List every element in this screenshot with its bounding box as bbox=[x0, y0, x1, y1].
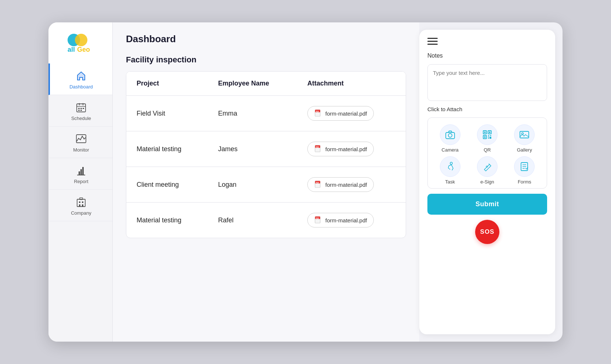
gallery-label: Gallery bbox=[517, 147, 532, 153]
logo: all Geo bbox=[48, 22, 112, 63]
svg-rect-8 bbox=[78, 108, 80, 109]
esign-label: e-Sign bbox=[480, 179, 494, 185]
qr-label: QR bbox=[484, 147, 491, 153]
svg-rect-16 bbox=[82, 167, 84, 175]
cell-employee: James bbox=[208, 131, 297, 167]
cell-employee: Emma bbox=[208, 96, 297, 131]
camera-label: Camera bbox=[442, 147, 459, 153]
attachment-badge[interactable]: PDF form-material.pdf bbox=[307, 142, 374, 156]
cell-employee: Logan bbox=[208, 167, 297, 203]
cell-project: Material testing bbox=[126, 131, 208, 167]
sidebar-item-dashboard[interactable]: Dashboard bbox=[48, 63, 112, 95]
sidebar-item-schedule[interactable]: Schedule bbox=[48, 95, 112, 127]
table-row: Field Visit Emma PDF form-material.pdf bbox=[126, 96, 406, 131]
attach-esign[interactable]: e-Sign bbox=[469, 156, 506, 185]
sidebar-item-company[interactable]: Company bbox=[48, 190, 112, 221]
svg-rect-48 bbox=[520, 131, 529, 138]
page-title: Dashboard bbox=[126, 33, 406, 45]
svg-text:PDF: PDF bbox=[316, 218, 319, 219]
section-title: Facility inspection bbox=[126, 55, 406, 65]
main-content: Dashboard Facility inspection Project Em… bbox=[113, 22, 419, 342]
task-label: Task bbox=[445, 179, 455, 185]
attach-camera[interactable]: Camera bbox=[431, 124, 469, 153]
svg-rect-42 bbox=[489, 132, 490, 133]
cell-employee: Rafel bbox=[208, 203, 297, 238]
cell-attachment: PDF form-material.pdf bbox=[297, 203, 406, 238]
pdf-icon: PDF bbox=[314, 109, 322, 117]
cell-project: Material testing bbox=[126, 203, 208, 238]
schedule-icon bbox=[75, 102, 87, 113]
svg-rect-9 bbox=[80, 108, 82, 109]
sidebar-nav: Dashboard Schedule bbox=[48, 63, 112, 334]
attachment-badge[interactable]: PDF form-material.pdf bbox=[307, 106, 374, 121]
svg-rect-41 bbox=[484, 132, 485, 133]
svg-text:Geo: Geo bbox=[77, 46, 90, 53]
notes-label: Notes bbox=[427, 52, 547, 59]
gallery-icon-circle bbox=[514, 124, 535, 145]
camera-icon bbox=[445, 130, 455, 140]
attach-label: Click to Attach bbox=[427, 106, 547, 112]
svg-rect-47 bbox=[489, 137, 491, 139]
svg-text:PDF: PDF bbox=[316, 111, 319, 113]
table-row: Material testing James PDF form-material… bbox=[126, 131, 406, 167]
task-icon bbox=[445, 161, 455, 172]
svg-rect-23 bbox=[80, 198, 83, 200]
pdf-icon: PDF bbox=[314, 181, 322, 189]
sidebar: all Geo Dashboard bbox=[48, 22, 113, 342]
notes-textarea[interactable] bbox=[427, 64, 547, 101]
attach-gallery[interactable]: Gallery bbox=[506, 124, 543, 153]
svg-point-1 bbox=[75, 34, 87, 46]
sidebar-item-report[interactable]: Report bbox=[48, 158, 112, 190]
submit-button[interactable]: Submit bbox=[427, 194, 547, 215]
svg-rect-46 bbox=[488, 137, 489, 139]
col-project: Project bbox=[126, 72, 208, 96]
svg-rect-20 bbox=[82, 201, 83, 203]
svg-text:all: all bbox=[68, 46, 75, 53]
sos-button[interactable]: SOS bbox=[475, 220, 499, 244]
main-body: Facility inspection Project Employee Nam… bbox=[113, 51, 419, 342]
cell-attachment: PDF form-material.pdf bbox=[297, 131, 406, 167]
col-attachment: Attachment bbox=[297, 72, 406, 96]
svg-rect-12 bbox=[80, 110, 82, 111]
table-row: Material testing Rafel PDF form-material… bbox=[126, 203, 406, 238]
svg-text:PDF: PDF bbox=[316, 146, 319, 148]
qr-icon-circle bbox=[477, 124, 498, 145]
svg-rect-10 bbox=[83, 108, 84, 109]
sidebar-label-schedule: Schedule bbox=[71, 116, 91, 121]
svg-rect-44 bbox=[488, 135, 489, 136]
home-icon bbox=[75, 70, 87, 82]
svg-rect-22 bbox=[82, 204, 83, 207]
svg-rect-14 bbox=[79, 171, 80, 175]
task-icon-circle bbox=[440, 156, 460, 177]
attach-qr[interactable]: QR bbox=[469, 124, 506, 153]
cell-project: Client meeting bbox=[126, 167, 208, 203]
svg-rect-15 bbox=[80, 169, 82, 175]
forms-label: Forms bbox=[518, 179, 531, 185]
sidebar-item-monitor[interactable]: Monitor bbox=[48, 127, 112, 158]
forms-icon bbox=[519, 161, 529, 172]
col-employee: Employee Name bbox=[208, 72, 297, 96]
pdf-icon: PDF bbox=[314, 145, 322, 153]
menu-icon[interactable] bbox=[427, 38, 438, 46]
sidebar-label-report: Report bbox=[74, 179, 88, 184]
monitor-icon bbox=[75, 133, 87, 145]
sidebar-label-company: Company bbox=[71, 210, 91, 216]
svg-rect-11 bbox=[78, 110, 80, 111]
attach-forms[interactable]: Forms bbox=[506, 156, 543, 185]
svg-text:PDF: PDF bbox=[316, 182, 319, 184]
attachment-badge[interactable]: PDF form-material.pdf bbox=[307, 177, 374, 192]
camera-icon-circle bbox=[440, 124, 460, 145]
attachment-badge[interactable]: PDF form-material.pdf bbox=[307, 213, 374, 228]
cell-project: Field Visit bbox=[126, 96, 208, 131]
svg-rect-43 bbox=[484, 136, 485, 138]
qr-icon bbox=[482, 130, 492, 140]
svg-point-50 bbox=[450, 162, 452, 164]
main-header: Dashboard bbox=[113, 22, 419, 51]
svg-point-37 bbox=[448, 134, 452, 137]
attach-task[interactable]: Task bbox=[431, 156, 469, 185]
cell-attachment: PDF form-material.pdf bbox=[297, 96, 406, 131]
sidebar-label-dashboard: Dashboard bbox=[69, 84, 93, 90]
report-icon bbox=[75, 165, 87, 176]
inspection-table: Project Employee Name Attachment Field V… bbox=[126, 72, 406, 238]
attach-grid: Camera bbox=[427, 117, 547, 189]
